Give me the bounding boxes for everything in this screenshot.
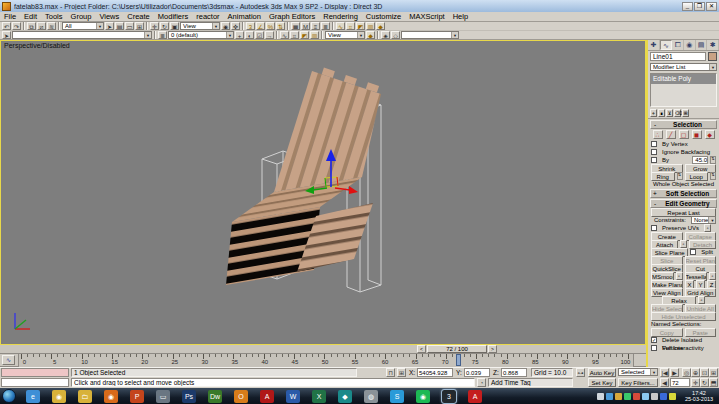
- taskbar-word-icon[interactable]: W: [286, 390, 300, 403]
- layer-list-icon[interactable]: ≣: [158, 31, 167, 39]
- time-tag-icon[interactable]: ◔: [477, 378, 486, 387]
- render-scene-icon[interactable]: ▥: [366, 22, 375, 30]
- x-coordinate-field[interactable]: 54054.928: [417, 368, 453, 377]
- material-editor-icon[interactable]: ◩: [300, 31, 309, 39]
- key-mode-dropdown[interactable]: Selected ▼: [618, 368, 658, 376]
- menu-item[interactable]: File: [0, 12, 20, 22]
- percent-snap-icon[interactable]: %: [266, 22, 275, 30]
- spinner-snap-icon[interactable]: ⇅: [276, 22, 285, 30]
- quick-render-icon[interactable]: ◆: [366, 31, 375, 39]
- taskbar-powerpoint-icon[interactable]: P: [130, 390, 144, 403]
- tray-icon[interactable]: [615, 393, 622, 400]
- taskbar-3dsmax-icon[interactable]: 3: [442, 390, 456, 403]
- taskbar-firefox-icon[interactable]: ◉: [104, 390, 118, 403]
- previous-frame-button[interactable]: <: [417, 345, 426, 353]
- menu-item[interactable]: Customize: [362, 12, 405, 22]
- y-coordinate-field[interactable]: 0.039: [464, 368, 490, 377]
- align-icon[interactable]: ≡: [311, 22, 320, 30]
- viewport-canvas[interactable]: [1, 41, 645, 344]
- layer-dropdown[interactable]: 0 (default) ▼: [168, 31, 234, 39]
- maxscript-mini-listener[interactable]: [1, 378, 69, 387]
- taskbar-chrome-icon[interactable]: ◉: [52, 390, 66, 403]
- redo-icon[interactable]: ↷: [12, 22, 21, 30]
- use-pivot-center-icon[interactable]: ◉: [221, 22, 230, 30]
- tray-icon[interactable]: [633, 393, 640, 400]
- taskbar-outlook-icon[interactable]: O: [234, 390, 248, 403]
- tray-icon[interactable]: [597, 393, 604, 400]
- layer-manager-icon[interactable]: ≣: [321, 22, 330, 30]
- track-bar[interactable]: ∿ 05101520253035404550556065707580859095…: [0, 354, 646, 367]
- key-filters-button[interactable]: Key Filters...: [618, 378, 658, 387]
- menu-item[interactable]: reactor: [192, 12, 223, 22]
- taskbar-teal-app-icon[interactable]: ◆: [338, 390, 352, 403]
- play-animation-icon[interactable]: ▶: [670, 368, 679, 377]
- bind-to-space-warp-icon[interactable]: ≋: [47, 22, 56, 30]
- select-and-move-icon[interactable]: ✛: [150, 22, 159, 30]
- selection-region-icon[interactable]: ▭: [125, 22, 134, 30]
- quick-render-icon[interactable]: ◆: [376, 22, 385, 30]
- window-crossing-icon[interactable]: ⊞: [135, 22, 144, 30]
- tab-display-icon[interactable]: ▤: [696, 40, 708, 50]
- curve-editor-icon[interactable]: ∿: [280, 31, 289, 39]
- selection-filter-dropdown[interactable]: All ▼: [62, 22, 104, 30]
- taskbar-clock[interactable]: 17:42 25-03-2013: [682, 390, 716, 402]
- ring-spinner[interactable]: ⇅: [677, 172, 683, 180]
- configure-modifier-sets-icon[interactable]: ⊞: [682, 109, 689, 117]
- select-by-name-icon[interactable]: ▤: [115, 22, 124, 30]
- maxscript-listener-macro[interactable]: [1, 368, 69, 377]
- z-coordinate-field[interactable]: 0.868: [501, 368, 527, 377]
- modifier-stack[interactable]: Editable Poly: [650, 73, 717, 107]
- go-to-start-icon[interactable]: |◀: [660, 368, 669, 377]
- subobject-polygon-icon[interactable]: ◼: [692, 130, 702, 139]
- show-end-result-icon[interactable]: ∎: [658, 109, 665, 117]
- menu-item[interactable]: Group: [67, 12, 96, 22]
- menu-item[interactable]: Views: [95, 12, 123, 22]
- absolute-offset-toggle-icon[interactable]: ⊞: [397, 368, 406, 377]
- minimize-button[interactable]: _: [682, 2, 693, 11]
- add-time-tag[interactable]: Add Time Tag: [488, 378, 573, 387]
- angle-snap-icon[interactable]: ∠: [256, 22, 265, 30]
- render-scene-icon[interactable]: ▥: [310, 31, 319, 39]
- taskbar-skype-icon[interactable]: S: [390, 390, 404, 403]
- next-frame-button[interactable]: >: [488, 345, 497, 353]
- reference-coordinate-dropdown[interactable]: View ▼: [180, 22, 220, 30]
- tab-modify-icon[interactable]: ∿: [660, 40, 673, 50]
- zoom-icon[interactable]: ◎: [682, 368, 691, 377]
- restore-button[interactable]: ❐: [694, 2, 705, 11]
- arc-rotate-icon[interactable]: ↻: [700, 378, 709, 387]
- modifier-list-dropdown[interactable]: Modifier List ▼: [650, 63, 717, 71]
- taskbar-spotify-icon[interactable]: ◉: [416, 390, 430, 403]
- named-selection-dropdown[interactable]: ▼: [12, 31, 152, 39]
- menu-item[interactable]: Animation: [224, 12, 265, 22]
- menu-item[interactable]: MAXScript: [405, 12, 448, 22]
- tray-icon[interactable]: [669, 393, 676, 400]
- menu-item[interactable]: Graph Editors: [265, 12, 319, 22]
- make-unique-icon[interactable]: ⊻: [666, 109, 673, 117]
- taskbar-explorer-icon[interactable]: 🗀: [78, 390, 92, 403]
- select-object-icon[interactable]: ➤: [105, 22, 114, 30]
- curve-editor-icon[interactable]: ∿: [336, 22, 345, 30]
- tray-icon[interactable]: [642, 393, 649, 400]
- taskbar-photoshop-icon[interactable]: Ps: [182, 390, 196, 403]
- current-frame-marker[interactable]: [456, 354, 461, 366]
- title-bar[interactable]: fatelab83.max - Project Folder: C:\Users…: [0, 0, 719, 12]
- auto-key-button[interactable]: Auto Key: [588, 368, 616, 377]
- taskbar-screen-icon[interactable]: ▭: [156, 390, 170, 403]
- rollout-soft-selection[interactable]: + Soft Selection: [650, 189, 717, 198]
- tab-utilities-icon[interactable]: ✱: [707, 40, 719, 50]
- delete-isolated-vertices-checkbox[interactable]: ✓: [651, 337, 657, 343]
- subobject-vertex-icon[interactable]: ∴: [653, 130, 663, 139]
- taskbar-dreamweaver-icon[interactable]: Dw: [208, 390, 222, 403]
- taskbar-excel-icon[interactable]: X: [312, 390, 326, 403]
- material-editor-icon[interactable]: ◩: [356, 22, 365, 30]
- schematic-view-icon[interactable]: ⌗: [290, 31, 299, 39]
- select-objects-in-layer-icon[interactable]: ☑: [255, 31, 264, 39]
- zoom-extents-all-icon[interactable]: ⊞: [709, 368, 718, 377]
- stack-item-editable-poly[interactable]: Editable Poly: [651, 74, 716, 84]
- menu-item[interactable]: Rendering: [319, 12, 362, 22]
- ignore-backfacing-checkbox[interactable]: [651, 149, 657, 155]
- taskbar-globe-icon[interactable]: ◍: [364, 390, 378, 403]
- select-and-manipulate-icon[interactable]: ✜: [231, 22, 240, 30]
- render-last-icon[interactable]: ◈: [381, 31, 390, 39]
- mirror-icon[interactable]: M: [301, 22, 310, 30]
